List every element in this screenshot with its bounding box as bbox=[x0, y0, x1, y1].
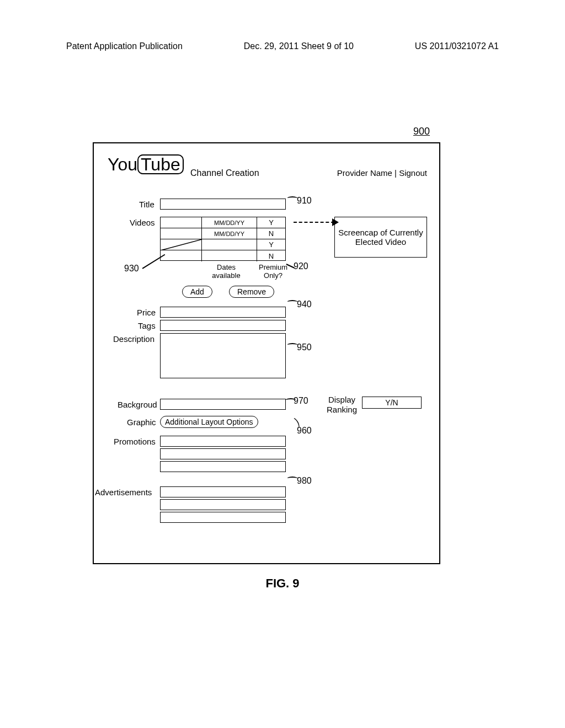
leader-line-icon bbox=[142, 254, 166, 269]
video-premium-cell[interactable]: Y bbox=[257, 217, 285, 228]
videos-table[interactable]: MM/DD/YY Y MM/DD/YY N Y N bbox=[160, 217, 286, 261]
table-row[interactable]: Y bbox=[161, 239, 285, 250]
list-item[interactable] bbox=[160, 461, 286, 472]
price-input[interactable] bbox=[160, 307, 286, 318]
svg-line-0 bbox=[161, 239, 201, 250]
table-row[interactable]: N bbox=[161, 250, 285, 261]
list-item[interactable] bbox=[160, 436, 286, 447]
leader-curve-icon: ⁀ bbox=[286, 398, 295, 411]
tags-input[interactable] bbox=[160, 320, 286, 331]
page-title: Channel Creation bbox=[190, 168, 259, 178]
video-name-cell[interactable] bbox=[161, 228, 202, 239]
title-label: Title bbox=[139, 200, 154, 209]
provider-signout[interactable]: Provider Name | Signout bbox=[337, 168, 427, 178]
list-item[interactable] bbox=[160, 499, 286, 510]
add-button[interactable]: Add bbox=[182, 286, 212, 298]
leader-curve-icon: ⁀ bbox=[288, 477, 297, 490]
promotions-list[interactable] bbox=[160, 436, 286, 474]
premium-only-caption: Premium Only? bbox=[254, 263, 292, 280]
additional-layout-button[interactable]: Additional Layout Options bbox=[160, 416, 258, 428]
video-name-cell[interactable] bbox=[161, 217, 202, 228]
title-input[interactable] bbox=[160, 199, 286, 210]
leader-curve-icon: ⁀ bbox=[288, 196, 297, 210]
callout-910: 910 bbox=[297, 196, 312, 206]
table-row[interactable]: MM/DD/YY N bbox=[161, 228, 285, 239]
page-header: Patent Application Publication Dec. 29, … bbox=[0, 41, 565, 51]
callout-920: 920 bbox=[294, 261, 308, 271]
callout-960: 960 bbox=[297, 426, 312, 436]
figure-number: 900 bbox=[413, 126, 430, 137]
promotions-label: Promotions bbox=[114, 437, 156, 446]
callout-940: 940 bbox=[297, 299, 312, 309]
list-item[interactable] bbox=[160, 448, 286, 459]
background-input[interactable] bbox=[160, 399, 286, 410]
ui-mockup-frame: YouTube Channel Creation Provider Name |… bbox=[93, 142, 440, 564]
video-name-cell[interactable] bbox=[161, 239, 202, 250]
logo-you: You bbox=[108, 154, 137, 174]
header-right: US 2011/0321072 A1 bbox=[415, 41, 499, 51]
slash-icon bbox=[161, 239, 201, 250]
display-ranking-label: Display Ranking bbox=[327, 395, 357, 415]
table-row[interactable]: MM/DD/YY Y bbox=[161, 217, 285, 228]
leader-curve-icon: ⁀ bbox=[288, 343, 297, 356]
video-name-cell[interactable] bbox=[161, 250, 202, 261]
advertisements-label: Advertisements bbox=[95, 488, 152, 497]
youtube-logo: YouTube bbox=[108, 154, 184, 175]
video-premium-cell[interactable]: Y bbox=[257, 239, 285, 250]
graphic-label: Graphic bbox=[127, 417, 156, 427]
advertisements-list[interactable] bbox=[160, 486, 286, 524]
video-date-cell[interactable]: MM/DD/YY bbox=[202, 228, 257, 239]
background-label: Backgroud bbox=[118, 400, 157, 409]
header-left: Patent Application Publication bbox=[66, 41, 183, 51]
callout-970: 970 bbox=[294, 396, 308, 406]
dates-available-caption: Dates available bbox=[204, 263, 248, 280]
videos-label: Videos bbox=[130, 218, 155, 227]
display-ranking-input[interactable]: Y/N bbox=[362, 397, 422, 409]
description-label: Description bbox=[113, 334, 154, 344]
screencap-preview: Screencap of Currently Elected Video bbox=[334, 217, 427, 258]
leader-curve-icon: ⁀ bbox=[288, 300, 297, 313]
description-input[interactable] bbox=[160, 333, 286, 378]
header-center: Dec. 29, 2011 Sheet 9 of 10 bbox=[244, 41, 354, 51]
list-item[interactable] bbox=[160, 512, 286, 523]
callout-980: 980 bbox=[297, 476, 312, 486]
arrow-dashed-line bbox=[294, 222, 334, 223]
video-premium-cell[interactable]: N bbox=[257, 228, 285, 239]
figure-caption: FIG. 9 bbox=[0, 576, 565, 591]
arrow-head-icon bbox=[332, 218, 339, 226]
list-item[interactable] bbox=[160, 486, 286, 497]
callout-950: 950 bbox=[297, 342, 312, 352]
callout-930: 930 bbox=[124, 264, 139, 274]
video-date-cell[interactable]: MM/DD/YY bbox=[202, 217, 257, 228]
remove-button[interactable]: Remove bbox=[229, 286, 274, 298]
video-premium-cell[interactable]: N bbox=[257, 250, 285, 261]
video-date-cell[interactable] bbox=[202, 239, 257, 250]
tags-label: Tags bbox=[138, 321, 156, 330]
logo-tube: Tube bbox=[137, 154, 184, 174]
price-label: Price bbox=[137, 308, 156, 317]
video-date-cell[interactable] bbox=[202, 250, 257, 261]
